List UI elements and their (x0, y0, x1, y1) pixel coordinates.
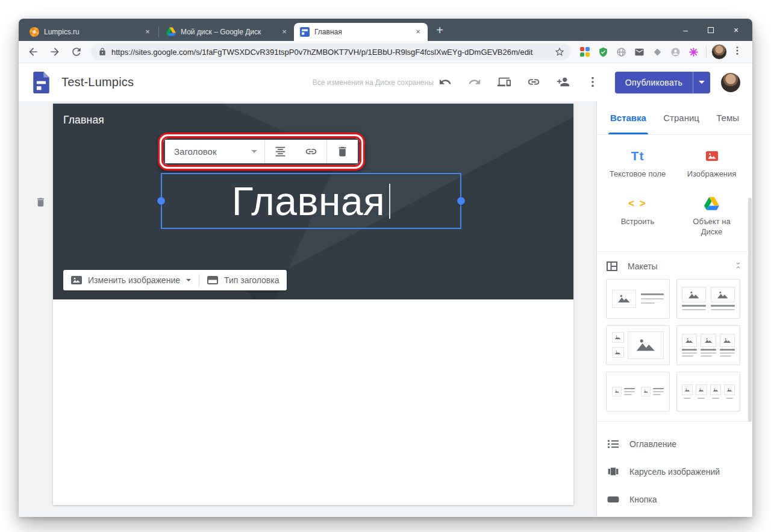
image-placeholder-icon (614, 389, 620, 394)
extension-diamond-icon[interactable] (649, 44, 665, 60)
extension-person-icon[interactable] (667, 44, 683, 60)
chrome-menu-icon[interactable] (732, 45, 745, 58)
browser-window: Lumpics.ru × Мой диск – Google Диск × Гл… (19, 19, 752, 517)
insert-button[interactable]: Кнопка (597, 486, 752, 513)
layout-thumbnail-4[interactable] (676, 325, 740, 365)
layouts-icon (607, 261, 617, 271)
chevron-down-icon (186, 279, 191, 281)
redo-icon[interactable] (468, 75, 482, 90)
header-type-icon (207, 276, 218, 284)
insert-embed[interactable]: < > Встроить (601, 196, 675, 237)
layout-thumbnail-1[interactable] (606, 279, 670, 319)
lock-icon (98, 48, 107, 56)
publish-button[interactable]: Опубликовать (615, 72, 693, 93)
insert-tools-grid: Tt Текстовое поле Изображения < > Встрои… (597, 135, 752, 252)
bookmark-star-icon[interactable] (554, 46, 565, 57)
extension-shield-icon[interactable] (595, 44, 611, 60)
insert-drive-object[interactable]: Объект на Диске (675, 196, 749, 237)
tab-themes[interactable]: Темы (716, 101, 739, 134)
red-annotation-ring: Заголовок (158, 133, 365, 171)
text-floating-toolbar: Заголовок (163, 138, 360, 165)
tab-lumpics[interactable]: Lumpics.ru × (23, 23, 157, 41)
browser-tab-bar: Lumpics.ru × Мой диск – Google Диск × Гл… (19, 19, 752, 41)
header-type-button[interactable]: Тип заголовка (199, 275, 287, 285)
extension-mail-icon[interactable] (631, 44, 647, 60)
text-style-value: Заголовок (174, 146, 217, 157)
maximize-button[interactable] (698, 25, 723, 35)
minimize-button[interactable]: – (673, 25, 698, 35)
tab-title: Мой диск – Google Диск (181, 28, 279, 36)
insert-table-of-contents[interactable]: Оглавление (597, 430, 752, 458)
page-header-banner[interactable]: Главная Заголовок (53, 104, 573, 299)
editor-content-area: Главная Заголовок (19, 101, 752, 517)
delete-element-icon[interactable] (327, 145, 358, 158)
banner-actions-bar: Изменить изображение Тип заголовка (63, 270, 287, 290)
layout-thumbnail-6[interactable] (676, 372, 740, 412)
tab-close-icon[interactable]: × (279, 27, 289, 37)
browser-profile-avatar[interactable] (711, 44, 727, 60)
selection-handle-left[interactable] (157, 197, 165, 205)
delete-section-icon[interactable] (35, 196, 47, 208)
site-title[interactable]: Test-Lumpics (61, 75, 134, 89)
reload-button[interactable] (69, 45, 84, 59)
extension-globe-icon[interactable] (613, 44, 629, 60)
image-placeholder-icon (698, 387, 704, 393)
sidebar-scrollbar[interactable] (748, 198, 752, 422)
account-avatar[interactable] (721, 73, 740, 92)
page-title[interactable]: Главная (232, 181, 386, 221)
tab-title: Главная (314, 28, 413, 36)
layout-thumbnails (597, 279, 752, 412)
image-placeholder-icon (614, 349, 621, 355)
image-placeholder-icon (726, 387, 732, 393)
tab-insert[interactable]: Вставка (610, 101, 646, 134)
insert-text-box[interactable]: Tt Текстовое поле (601, 148, 675, 179)
text-style-dropdown[interactable]: Заголовок (165, 146, 264, 157)
google-sites-logo (33, 72, 49, 93)
extensions-area (575, 44, 745, 60)
layout-thumbnail-5[interactable] (606, 372, 670, 412)
extension-pink-icon[interactable] (685, 44, 701, 60)
title-selection-box[interactable]: Главная (161, 173, 461, 229)
image-placeholder-icon (704, 337, 713, 344)
forward-button[interactable] (48, 45, 62, 59)
sites-favicon (300, 27, 310, 37)
selection-handle-right[interactable] (457, 197, 465, 205)
insert-link-icon[interactable] (296, 145, 326, 158)
change-image-button[interactable]: Изменить изображение (63, 275, 199, 285)
tab-close-icon[interactable]: × (413, 27, 423, 37)
page-name-label: Главная (63, 114, 104, 127)
image-placeholder-icon (614, 334, 621, 340)
close-button[interactable]: × (723, 25, 749, 35)
insert-image-carousel[interactable]: Карусель изображений (597, 458, 752, 486)
extension-colorful-icon[interactable] (577, 44, 593, 60)
images-icon (706, 148, 718, 164)
publish-split-button: Опубликовать (615, 72, 710, 93)
collapse-section-icon[interactable] (734, 261, 743, 272)
new-tab-button[interactable]: + (431, 22, 448, 39)
more-options-icon[interactable] (586, 75, 601, 90)
page-canvas: Главная Заголовок (53, 104, 573, 505)
preview-devices-icon[interactable] (498, 75, 512, 90)
browser-toolbar: https://sites.google.com/s/1faFgTWSXDCvR… (19, 41, 752, 63)
copy-link-icon[interactable] (527, 75, 542, 90)
lumpics-favicon (30, 27, 39, 37)
undo-icon[interactable] (439, 75, 453, 90)
insert-images[interactable]: Изображения (675, 148, 749, 179)
back-button[interactable] (26, 45, 40, 59)
layout-thumbnail-3[interactable] (606, 325, 670, 365)
url-text: https://sites.google.com/s/1faFgTWSXDCvR… (111, 48, 549, 57)
tab-close-icon[interactable]: × (143, 27, 152, 37)
toolbar-divider (706, 46, 707, 58)
image-placeholder-icon (713, 387, 719, 393)
image-placeholder-icon (617, 293, 631, 304)
tab-pages[interactable]: Страниц (663, 101, 699, 134)
align-center-icon[interactable] (265, 145, 296, 158)
share-add-person-icon[interactable] (557, 75, 571, 90)
publish-dropdown-caret[interactable] (693, 72, 710, 93)
tab-google-drive[interactable]: Мой диск – Google Диск × (160, 23, 294, 41)
layout-thumbnail-2[interactable] (676, 279, 740, 319)
tab-glavnaya-active[interactable]: Главная × (294, 23, 428, 41)
url-bar[interactable]: https://sites.google.com/s/1faFgTWSXDCvR… (91, 43, 571, 60)
carousel-icon (607, 466, 619, 478)
button-icon (607, 493, 619, 505)
